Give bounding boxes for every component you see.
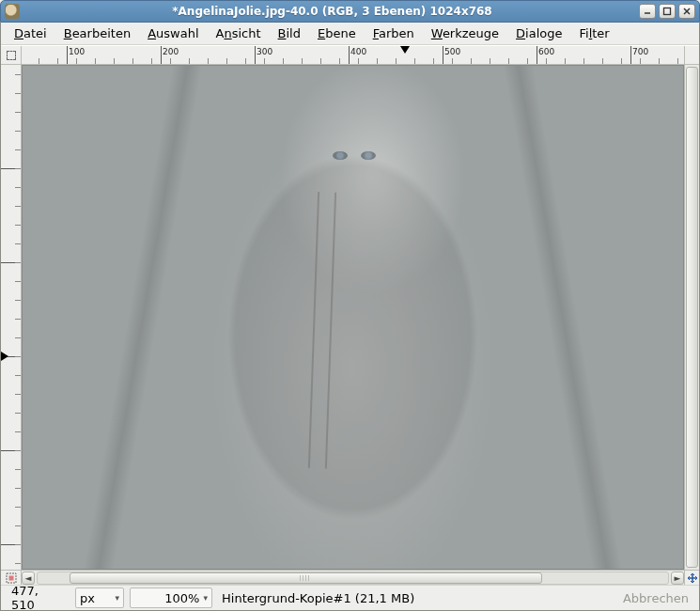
ruler-h-label: 700 — [632, 47, 648, 56]
ruler-h-marker — [400, 46, 410, 54]
window-titlebar[interactable]: *AngelinaJolie.jpg-40.0 (RGB, 3 Ebenen) … — [0, 0, 700, 23]
svg-rect-1 — [664, 8, 671, 15]
menu-dialoge[interactable]: Dialoge — [508, 24, 569, 43]
navigate-preview-button[interactable] — [684, 570, 699, 585]
menu-bild[interactable]: Bild — [271, 24, 308, 43]
chevron-down-icon: ▾ — [115, 593, 119, 603]
menu-ebene[interactable]: Ebene — [310, 24, 364, 43]
layer-info: Hintergrund-Kopie#1 (21,1 MB) — [218, 588, 612, 608]
ruler-v-label: 300 — [1, 248, 2, 264]
unit-selector[interactable]: px ▾ — [75, 588, 124, 608]
ruler-v-label: 200 — [1, 154, 2, 170]
ruler-horizontal[interactable]: 100200300400500600700 — [22, 46, 684, 65]
menu-ansicht[interactable]: Ansicht — [209, 24, 269, 43]
menu-auswahl[interactable]: Auswahl — [140, 24, 206, 43]
cancel-button[interactable]: Abbrechen — [617, 588, 694, 608]
canvas-edge-overlay — [23, 66, 683, 569]
maximize-button[interactable] — [659, 4, 676, 19]
ruler-v-marker — [1, 352, 8, 361]
quickmask-toggle[interactable] — [1, 570, 22, 585]
menu-filter[interactable]: Filter — [571, 24, 616, 43]
scrollbar-horizontal-thumb[interactable] — [70, 572, 542, 584]
pointer-coords: 477, 510 — [6, 588, 70, 608]
ruler-v-label: 600 — [1, 530, 2, 546]
ruler-h-label: 200 — [163, 47, 179, 56]
scrollbar-vertical[interactable] — [684, 65, 699, 570]
menu-werkzeuge[interactable]: Werkzeuge — [424, 24, 506, 43]
close-button[interactable] — [678, 4, 695, 19]
ruler-h-label: 300 — [257, 47, 272, 56]
app-frame: DateiBearbeitenAuswahlAnsichtBildEbeneFa… — [0, 23, 700, 611]
ruler-vertical[interactable]: 200300400500600 — [1, 65, 22, 570]
ruler-v-label: 500 — [1, 436, 2, 452]
svg-rect-5 — [8, 575, 13, 580]
app-icon — [5, 4, 20, 19]
ruler-h-label: 400 — [350, 47, 366, 56]
unit-label: px — [80, 591, 95, 605]
scrollbar-vertical-thumb[interactable] — [686, 67, 698, 568]
zoom-label: 100% — [164, 591, 199, 605]
menu-bearbeiten[interactable]: Bearbeiten — [56, 24, 138, 43]
scroll-right-button[interactable]: ► — [671, 572, 684, 585]
workspace: 100200300400500600700 200300400500600 ◄ … — [1, 45, 699, 585]
ruler-h-label: 500 — [444, 47, 460, 56]
status-bar: 477, 510 px ▾ 100% ▾ Hintergrund-Kopie#1… — [1, 585, 699, 610]
scroll-left-button[interactable]: ◄ — [22, 572, 35, 585]
menu-bar: DateiBearbeitenAuswahlAnsichtBildEbeneFa… — [1, 23, 699, 45]
menu-datei[interactable]: Datei — [7, 24, 54, 43]
window-title: *AngelinaJolie.jpg-40.0 (RGB, 3 Ebenen) … — [25, 5, 639, 18]
ruler-corner-tr — [684, 46, 699, 65]
ruler-h-label: 100 — [69, 47, 85, 56]
ruler-corner-toggle[interactable] — [1, 46, 22, 65]
chevron-down-icon: ▾ — [203, 593, 208, 603]
zoom-selector[interactable]: 100% ▾ — [130, 588, 212, 608]
window-buttons — [639, 4, 695, 19]
image-canvas[interactable] — [22, 65, 684, 570]
scrollbar-horizontal[interactable]: ◄ ► — [22, 570, 684, 585]
ruler-h-label: 600 — [538, 47, 554, 56]
scrollbar-horizontal-track[interactable] — [37, 572, 669, 585]
canvas-detail-eyes — [333, 151, 376, 163]
minimize-button[interactable] — [639, 4, 656, 19]
menu-farben[interactable]: Farben — [366, 24, 422, 43]
